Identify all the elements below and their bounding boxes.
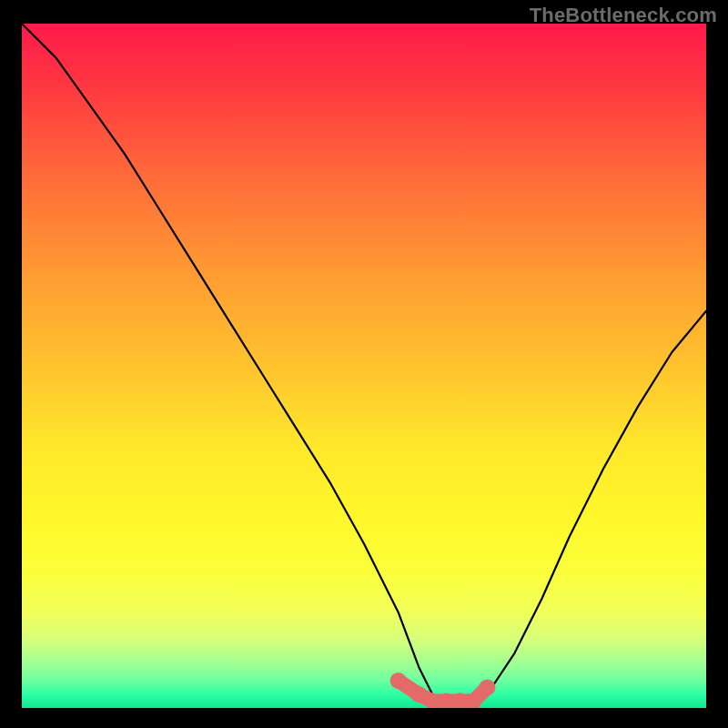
highlight-dot [390,672,407,689]
highlight-dots-group [390,672,496,708]
curve-svg [22,24,706,708]
watermark-text: TheBottleneck.com [530,4,717,27]
main-curve-path [22,24,706,702]
highlight-dot [479,679,495,695]
chart-frame: TheBottleneck.com [0,0,728,728]
plot-area [22,24,706,708]
